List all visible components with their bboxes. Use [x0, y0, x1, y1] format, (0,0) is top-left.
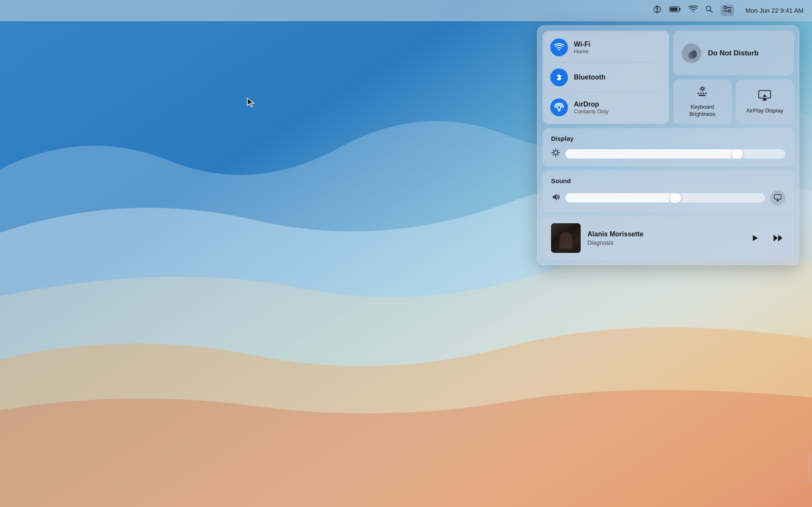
- svg-line-22: [701, 88, 702, 88]
- svg-point-16: [557, 106, 561, 109]
- wifi-subtitle: Home: [574, 48, 590, 55]
- svg-rect-28: [702, 93, 704, 94]
- svg-line-24: [703, 88, 704, 88]
- menubar-icons: Mon Jun 22 9:41 AM: [653, 5, 804, 16]
- track-album: Diagnosis: [587, 239, 741, 246]
- skip-forward-icon: [772, 233, 783, 243]
- svg-line-25: [701, 90, 702, 90]
- cursor: [247, 97, 255, 107]
- svg-rect-8: [679, 8, 680, 11]
- bluetooth-name: Bluetooth: [574, 74, 606, 81]
- connectivity-panel: Wi-Fi Home Bluetooth: [543, 31, 669, 124]
- keyboard-brightness-label: Keyboard Brightness: [678, 104, 727, 118]
- dnd-icon-wrap: [682, 44, 701, 63]
- bluetooth-text: Bluetooth: [574, 74, 606, 81]
- display-brightness-slider[interactable]: [565, 149, 785, 159]
- airplay-sound-icon: [774, 194, 782, 202]
- svg-rect-41: [774, 195, 781, 199]
- svg-line-37: [553, 150, 554, 151]
- svg-line-38: [557, 154, 558, 155]
- control-center-icon[interactable]: [721, 5, 734, 16]
- play-button[interactable]: [747, 230, 763, 246]
- svg-point-32: [554, 151, 558, 155]
- svg-rect-27: [700, 93, 702, 94]
- wifi-item[interactable]: Wi-Fi Home: [550, 37, 661, 58]
- airdrop-subtitle: Contacts Only: [574, 108, 609, 115]
- track-info: Alanis Morissette Diagnosis: [587, 230, 741, 246]
- svg-line-40: [553, 154, 554, 155]
- album-art: [551, 223, 581, 253]
- airplay-display-icon: [758, 89, 771, 104]
- volume-icon: [551, 192, 560, 204]
- track-name: Alanis Morissette: [587, 230, 741, 238]
- svg-line-11: [710, 10, 713, 13]
- play-icon: [750, 233, 760, 243]
- wifi-icon: [554, 43, 564, 52]
- keyboard-brightness-tile[interactable]: Keyboard Brightness: [673, 79, 732, 124]
- bluetooth-item[interactable]: Bluetooth: [550, 67, 661, 88]
- playback-controls: [747, 230, 785, 246]
- battery-icon[interactable]: [669, 6, 681, 15]
- svg-point-12: [724, 6, 727, 9]
- display-title: Display: [551, 135, 785, 142]
- airdrop-icon: [554, 102, 564, 112]
- watermark: osxdaily.com: [807, 452, 812, 483]
- control-center-panel: Wi-Fi Home Bluetooth: [537, 25, 799, 265]
- search-menu-icon[interactable]: [705, 5, 713, 15]
- airdrop-name: AirDrop: [574, 101, 609, 108]
- small-tiles-row: Keyboard Brightness AirPlay Display: [673, 79, 794, 124]
- svg-rect-26: [697, 93, 699, 94]
- bluetooth-icon: [554, 73, 564, 82]
- now-playing-panel: Alanis Morissette Diagnosis: [543, 217, 794, 260]
- sound-airplay-button[interactable]: [770, 190, 785, 206]
- svg-line-6: [657, 11, 658, 12]
- svg-point-14: [728, 10, 731, 12]
- menubar-datetime[interactable]: Mon Jun 22 9:41 AM: [745, 7, 804, 14]
- keyboard-brightness-icon: [696, 85, 709, 100]
- album-art-image: [551, 223, 581, 253]
- sound-title: Sound: [551, 177, 785, 184]
- svg-line-23: [703, 90, 704, 90]
- menubar: Mon Jun 22 9:41 AM: [0, 0, 812, 21]
- svg-rect-29: [705, 93, 707, 94]
- brightness-icon: [551, 148, 560, 159]
- svg-rect-9: [670, 8, 678, 11]
- dnd-tile[interactable]: Do Not Disturb: [673, 31, 794, 75]
- svg-rect-30: [699, 95, 705, 96]
- wifi-name: Wi-Fi: [574, 41, 590, 48]
- wifi-menu-icon[interactable]: [689, 5, 698, 15]
- sound-panel: Sound: [543, 170, 794, 212]
- wifi-icon-wrap: [550, 38, 568, 56]
- display-slider-row: [551, 148, 785, 159]
- skip-forward-button[interactable]: [770, 230, 785, 246]
- sound-slider-row: [551, 190, 785, 206]
- right-panel: Do Not Disturb: [673, 31, 794, 124]
- airplay-display-label: AirPlay Display: [746, 107, 783, 115]
- airdrop-icon-wrap: [550, 99, 568, 116]
- bluetooth-icon-wrap: [550, 69, 568, 86]
- airplay-display-tile[interactable]: AirPlay Display: [736, 79, 794, 124]
- wifi-text: Wi-Fi Home: [574, 41, 590, 55]
- airdrop-text: AirDrop Contacts Only: [574, 101, 609, 115]
- svg-line-39: [557, 150, 558, 151]
- airdrop-item[interactable]: AirDrop Contacts Only: [550, 97, 661, 118]
- accessibility-icon[interactable]: [653, 5, 661, 16]
- top-row: Wi-Fi Home Bluetooth: [543, 31, 794, 124]
- dnd-label: Do Not Disturb: [708, 49, 759, 58]
- display-panel: Display: [543, 128, 794, 166]
- sound-volume-slider[interactable]: [565, 193, 765, 203]
- moon-icon: [686, 47, 697, 59]
